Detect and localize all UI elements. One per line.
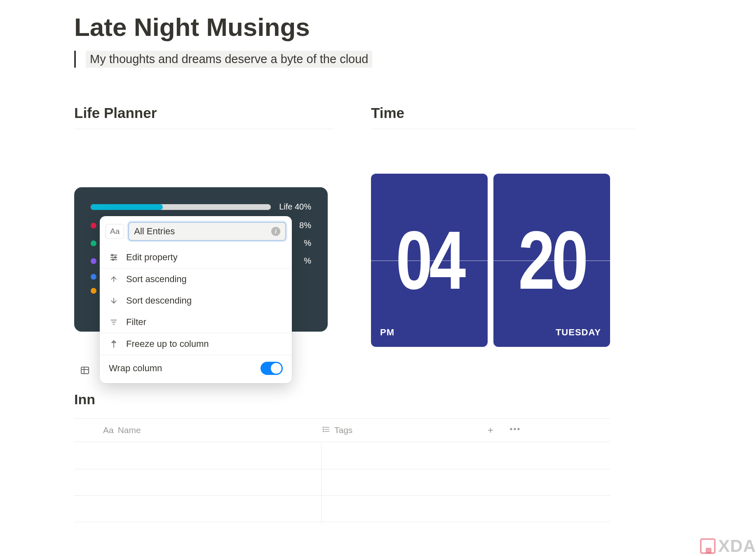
menu-item-sort-descending[interactable]: Sort descending	[100, 290, 292, 311]
arrow-down-icon	[109, 297, 119, 305]
toggle-thumb	[271, 363, 282, 374]
table-icon	[80, 365, 90, 377]
svg-rect-11	[81, 367, 89, 374]
filter-icon	[109, 318, 119, 326]
column-context-menu: Aa All Entries i Edit property	[100, 216, 292, 383]
day-label: TUESDAY	[556, 327, 601, 338]
text-property-icon: Aa	[103, 425, 114, 435]
wrap-toggle[interactable]	[261, 362, 283, 375]
property-name-input[interactable]: All Entries i	[128, 222, 286, 241]
category-dot	[91, 223, 96, 229]
table-column-header: Aa Name Tags + •••	[74, 418, 610, 442]
xda-watermark: XDA	[700, 536, 756, 556]
table-row[interactable]	[74, 443, 610, 469]
table-row[interactable]	[74, 469, 610, 496]
svg-point-17	[323, 427, 324, 428]
inbox-title: Inn	[74, 391, 95, 408]
menu-item-wrap-column[interactable]: Wrap column	[100, 355, 292, 383]
life-planner-heading: Life Planner	[74, 105, 334, 129]
meridiem-label: PM	[380, 327, 394, 338]
property-type-badge[interactable]: Aa	[106, 224, 124, 239]
flip-clock-hour: 04 PM	[371, 174, 488, 347]
info-icon[interactable]: i	[271, 227, 280, 236]
subtitle-text[interactable]: My thoughts and dreams deserve a byte of…	[86, 51, 372, 68]
menu-item-filter[interactable]: Filter	[100, 311, 292, 333]
flip-clock: 04 PM 20 TUESDAY	[371, 174, 635, 347]
menu-item-edit-property[interactable]: Edit property	[100, 247, 292, 268]
menu-item-freeze-column[interactable]: Freeze up to column	[100, 333, 292, 355]
table-body	[74, 443, 610, 522]
page-title: Late Night Musings	[74, 12, 682, 42]
list-icon	[322, 425, 330, 436]
add-column-button[interactable]: +	[478, 424, 503, 436]
more-columns-button[interactable]: •••	[503, 424, 528, 436]
column-tags-header[interactable]: Tags	[322, 424, 478, 436]
sliders-icon	[109, 253, 119, 262]
time-column: Time 04 PM 20 TUESDAY	[371, 105, 635, 347]
subtitle-quote-block: My thoughts and dreams deserve a byte of…	[74, 51, 682, 68]
svg-point-19	[323, 431, 324, 432]
category-dot	[91, 288, 96, 294]
pin-icon	[109, 340, 119, 348]
life-progress-track	[91, 204, 271, 210]
column-name-header[interactable]: Aa Name	[74, 424, 322, 436]
life-progress-label: Life 40%	[279, 202, 311, 212]
time-heading: Time	[371, 105, 635, 129]
category-dot	[91, 258, 96, 264]
arrow-up-icon	[109, 275, 119, 283]
category-dot	[91, 274, 96, 280]
menu-item-sort-ascending[interactable]: Sort ascending	[100, 269, 292, 290]
life-progress-fill	[91, 204, 163, 210]
category-dot	[91, 240, 96, 246]
svg-point-18	[323, 429, 324, 430]
xda-logo-icon	[700, 538, 716, 554]
table-row[interactable]	[74, 496, 610, 522]
life-planner-column: Life Planner Life 40% 8% % % Aa	[74, 105, 334, 347]
flip-clock-minute: 20 TUESDAY	[493, 174, 610, 347]
